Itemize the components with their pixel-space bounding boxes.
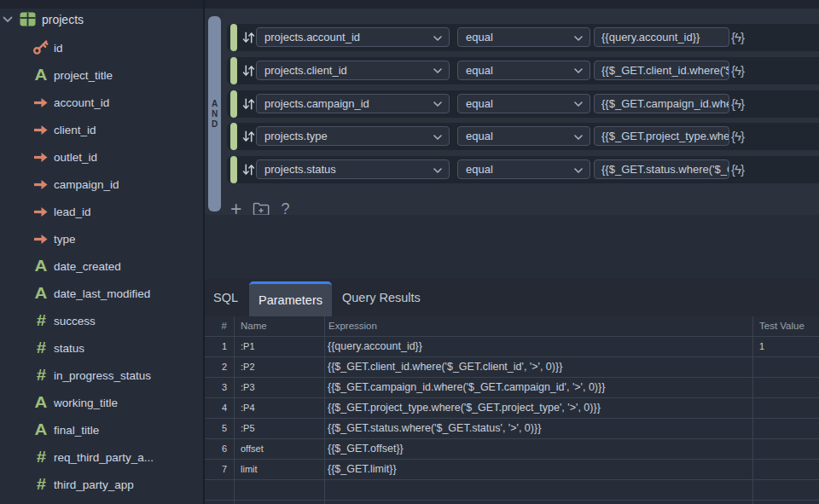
cell-num: 2	[205, 357, 234, 378]
table-icon	[20, 12, 36, 26]
chevron-down-icon	[574, 101, 583, 107]
cell-name: offset	[234, 439, 324, 460]
chevron-down-icon	[574, 135, 583, 140]
builder-canvas	[205, 215, 819, 279]
sidebar-field-working_title[interactable]: Aworking_title	[0, 389, 203, 416]
expression-icon[interactable]: {ϟ}	[731, 28, 744, 46]
sidebar-field-outlet_id[interactable]: outlet_id	[0, 143, 203, 171]
sort-order-icon[interactable]	[242, 32, 255, 47]
sort-order-icon[interactable]	[242, 98, 255, 113]
cell-expression: {{$_GET.limit}}	[324, 460, 752, 480]
sidebar-field-status[interactable]: #status	[0, 334, 203, 362]
condition-field-select[interactable]: projects.account_id	[256, 27, 450, 47]
sidebar-field-type[interactable]: type	[0, 225, 203, 252]
condition-value-input[interactable]: {{$_GET.client_id.where('$_GET.client_id…	[594, 61, 729, 80]
cell-name: :P3	[234, 378, 324, 398]
chevron-down-icon	[433, 101, 442, 107]
and-group-bar[interactable]: A N D	[208, 16, 221, 211]
parameter-row[interactable]: 2:P2{{$_GET.client_id.where('$_GET.clien…	[205, 357, 819, 378]
condition-field-select[interactable]: projects.type	[256, 126, 450, 146]
column-divider	[752, 316, 753, 504]
field-name: date_last_modified	[54, 287, 150, 300]
sidebar-field-client_id[interactable]: client_id	[0, 116, 203, 143]
condition-field-select[interactable]: projects.client_id	[256, 61, 450, 80]
parameter-row[interactable]: 7limit{{$_GET.limit}}	[205, 460, 819, 480]
table-name[interactable]: projects	[42, 13, 84, 26]
cell-name: :P2	[234, 357, 324, 378]
tab-sql[interactable]: SQL	[213, 279, 238, 316]
field-name: working_title	[54, 397, 118, 409]
parameter-row[interactable]: 5:P5{{$_GET.status.where('$_GET.status',…	[205, 419, 819, 439]
tab-query-results[interactable]: Query Results	[342, 279, 421, 316]
chevron-down-icon[interactable]	[3, 16, 13, 23]
sidebar-table-node[interactable]: projects	[0, 6, 203, 32]
text-field-icon: A	[32, 421, 49, 438]
expression-icon[interactable]: {ϟ}	[731, 127, 744, 145]
cell-name: :P1	[234, 337, 324, 357]
sidebar-field-id[interactable]: id	[0, 34, 203, 61]
column-header-expression[interactable]: Expression	[324, 316, 752, 337]
cell-test-value	[752, 460, 819, 480]
cell-expression: {{$_GET.offset}}	[324, 439, 752, 460]
expression-icon[interactable]: {ϟ}	[731, 160, 744, 178]
parameter-row[interactable]: 4:P4{{$_GET.project_type.where('$_GET.pr…	[205, 398, 819, 419]
parameter-row[interactable]: 6offset{{$_GET.offset}}	[205, 439, 819, 460]
sort-order-icon[interactable]	[242, 164, 255, 179]
condition-color-bar	[230, 156, 237, 183]
sidebar-field-success[interactable]: #success	[0, 307, 203, 334]
condition-operator-select[interactable]: equal	[457, 126, 590, 146]
column-divider	[324, 316, 325, 504]
field-name: success	[54, 315, 96, 327]
sidebar-field-in_progress_status[interactable]: #in_progress_status	[0, 362, 203, 389]
empty-row	[205, 501, 819, 504]
table-header-row: # Name Expression Test Value	[205, 316, 819, 337]
sidebar-field-account_id[interactable]: account_id	[0, 89, 203, 116]
condition-operator-select[interactable]: equal	[457, 94, 590, 113]
condition-color-bar	[230, 123, 237, 150]
chevron-down-icon	[574, 168, 583, 173]
field-name: in_progress_status	[54, 369, 151, 382]
condition-field-select[interactable]: projects.campaign_id	[256, 94, 450, 113]
cell-test-value	[752, 378, 819, 398]
column-header-test-value[interactable]: Test Value	[752, 316, 819, 337]
sidebar-field-req_third_party_a[interactable]: #req_third_party_a...	[0, 443, 203, 471]
field-name: campaign_id	[54, 178, 119, 191]
column-header-num[interactable]: #	[205, 316, 234, 337]
sort-order-icon[interactable]	[242, 130, 255, 146]
text-field-icon: A	[32, 285, 49, 302]
sidebar-field-lead_id[interactable]: lead_id	[0, 198, 203, 225]
cell-test-value	[752, 357, 819, 378]
expression-icon[interactable]: {ϟ}	[731, 61, 744, 79]
text-field-icon: A	[32, 394, 49, 411]
cell-test-value	[752, 439, 819, 460]
condition-operator-select[interactable]: equal	[457, 61, 590, 80]
sort-order-icon[interactable]	[242, 65, 255, 80]
parameter-row[interactable]: 3:P3{{$_GET.campaign_id.where('$_GET.cam…	[205, 378, 819, 398]
condition-value-input[interactable]: {{$_GET.status.where('$_GET.status', '>'…	[594, 159, 729, 179]
sidebar-field-campaign_id[interactable]: campaign_id	[0, 171, 203, 198]
condition-field-select[interactable]: projects.status	[256, 159, 450, 179]
condition-operator-select[interactable]: equal	[457, 27, 590, 47]
sidebar-field-project_title[interactable]: Aproject_title	[0, 61, 203, 89]
condition-row: projects.client_idequal{{$_GET.client_id…	[227, 57, 819, 84]
cell-num: 5	[205, 419, 234, 439]
tab-parameters[interactable]: Parameters	[249, 281, 332, 316]
sidebar-field-final_title[interactable]: Afinal_title	[0, 416, 203, 443]
add-group-button[interactable]	[253, 202, 270, 217]
column-header-name[interactable]: Name	[234, 316, 324, 337]
sidebar-field-date_last_modified[interactable]: Adate_last_modified	[0, 280, 203, 307]
sidebar-field-date_created[interactable]: Adate_created	[0, 252, 203, 280]
condition-color-bar	[230, 90, 237, 118]
expression-icon[interactable]: {ϟ}	[731, 95, 744, 113]
condition-row: projects.account_idequal{{query.account_…	[227, 24, 819, 51]
cell-test-value: 1	[752, 337, 819, 357]
condition-value-input[interactable]: {{$_GET.project_type.where('$_GET.projec…	[594, 126, 729, 146]
cell-num: 1	[205, 337, 234, 357]
field-name: outlet_id	[54, 151, 97, 164]
sidebar-field-third_party_app[interactable]: #third_party_app	[0, 471, 203, 498]
condition-value-input[interactable]: {{$_GET.campaign_id.where('$_GET.campaig…	[594, 94, 729, 113]
field-name: req_third_party_a...	[54, 451, 154, 464]
condition-value-input[interactable]: {{query.account_id}}	[594, 27, 729, 47]
parameter-row[interactable]: 1:P1{{query.account_id}}1	[205, 337, 819, 357]
condition-operator-select[interactable]: equal	[457, 159, 590, 179]
